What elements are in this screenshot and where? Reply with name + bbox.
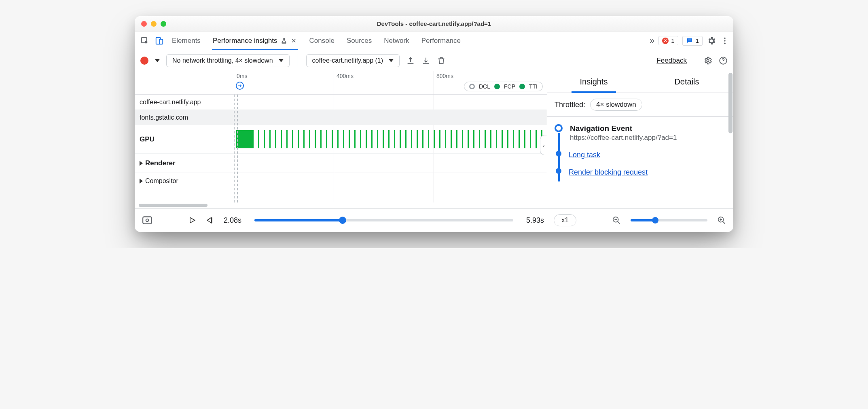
insights-side-pane: Insights Details Throttled: 4× slowdown …	[547, 71, 733, 208]
panel-tabs: Elements Performance insights ✕ Console …	[172, 32, 647, 50]
titlebar: DevTools - coffee-cart.netlify.app/?ad=1	[135, 16, 733, 32]
collapse-side-pane-button[interactable]: ›	[540, 135, 547, 155]
inspect-element-icon[interactable]	[140, 36, 149, 45]
scrollbar-thumb[interactable]	[139, 204, 207, 207]
time-cursor[interactable]	[234, 95, 235, 202]
panel-settings-icon[interactable]	[703, 56, 712, 65]
disclosure-triangle-icon[interactable]	[140, 161, 143, 166]
horizontal-scrollbar[interactable]	[135, 202, 547, 208]
ruler-tick: 0ms	[237, 73, 247, 79]
navigation-start-marker[interactable]: ➜	[236, 82, 244, 90]
screenshot-toggle-icon[interactable]	[142, 216, 152, 225]
track-content	[234, 110, 547, 125]
insights-toolbar: No network throttling, 4× slowdown coffe…	[135, 50, 733, 71]
slider-thumb[interactable]	[652, 217, 658, 223]
metric-label: FCP	[504, 83, 515, 90]
metrics-legend[interactable]: DCL FCP TTI	[464, 82, 543, 91]
disclosure-triangle-icon[interactable]	[140, 179, 143, 183]
main-split: 0ms 400ms 800ms ➜ DCL FCP TTI coffee-car	[135, 71, 733, 209]
dcl-marker-icon	[469, 84, 475, 89]
track-label: Renderer	[135, 159, 234, 167]
tab-label: Performance insights	[213, 37, 277, 45]
svg-rect-9	[143, 217, 152, 223]
chevron-down-icon	[389, 59, 394, 62]
tracks-area[interactable]: coffee-cart.netlify.app fonts.gstatic.co…	[135, 95, 547, 202]
slider-fill	[631, 219, 655, 221]
compositor-track-row[interactable]: Compositor	[135, 173, 547, 189]
close-tab-button[interactable]: ✕	[290, 37, 297, 44]
tab-performance[interactable]: Performance	[421, 32, 461, 50]
record-options-caret[interactable]	[155, 59, 160, 62]
recording-value: coffee-cart.netlify.app (1)	[312, 57, 383, 64]
minimize-window-button[interactable]	[151, 21, 157, 27]
track-content	[234, 173, 547, 189]
close-window-button[interactable]	[141, 21, 147, 27]
side-tab-insights[interactable]: Insights	[547, 71, 640, 93]
tab-label: Elements	[172, 37, 201, 45]
export-icon[interactable]	[406, 56, 415, 65]
error-count-badge[interactable]: 1	[658, 36, 678, 45]
svg-rect-2	[159, 39, 163, 44]
svg-point-10	[146, 219, 149, 222]
error-count: 1	[671, 37, 674, 44]
throttling-select[interactable]: No network throttling, 4× slowdown	[166, 54, 290, 67]
zoom-out-button[interactable]	[612, 216, 621, 225]
zoom-window-button[interactable]	[161, 21, 166, 27]
slider-thumb[interactable]	[339, 217, 346, 224]
ruler-tick: 400ms	[337, 73, 354, 79]
track-label: GPU	[135, 135, 234, 143]
gpu-track-row[interactable]: GPU	[135, 125, 547, 154]
more-tabs-button[interactable]: »	[650, 36, 654, 46]
divider	[298, 53, 298, 67]
compositor-label: Compositor	[145, 177, 178, 185]
event-subtitle: https://coffee-cart.netlify.app/?ad=1	[570, 134, 677, 142]
event-link[interactable]: Render blocking request	[569, 168, 648, 176]
event-navigation[interactable]: Navigation Event https://coffee-cart.net…	[555, 124, 726, 142]
help-icon[interactable]	[719, 56, 728, 65]
track-content	[234, 154, 547, 173]
settings-icon[interactable]	[707, 36, 716, 46]
network-track-row[interactable]: fonts.gstatic.com	[135, 110, 547, 125]
import-icon[interactable]	[421, 56, 430, 65]
record-button[interactable]	[140, 57, 148, 65]
tab-console[interactable]: Console	[309, 32, 334, 50]
play-button[interactable]	[188, 216, 196, 224]
tab-performance-insights[interactable]: Performance insights ✕	[213, 32, 297, 50]
playback-slider[interactable]	[254, 219, 513, 221]
zoom-slider[interactable]	[631, 219, 707, 221]
svg-rect-3	[688, 40, 691, 40]
zoom-in-button[interactable]	[717, 216, 726, 225]
event-link[interactable]: Long task	[569, 151, 600, 159]
tab-label: Console	[309, 37, 334, 45]
event-render-blocking[interactable]: Render blocking request	[555, 168, 726, 177]
tab-elements[interactable]: Elements	[172, 32, 201, 50]
recording-select[interactable]: coffee-cart.netlify.app (1)	[306, 54, 400, 67]
feedback-link[interactable]: Feedback	[656, 57, 687, 65]
network-track-row[interactable]: coffee-cart.netlify.app	[135, 95, 547, 110]
throttled-value-pill[interactable]: 4× slowdown	[590, 99, 642, 111]
message-count-badge[interactable]: 1	[682, 36, 703, 46]
playback-start-time: 2.08s	[224, 216, 241, 225]
playback-speed-pill[interactable]: x1	[554, 214, 576, 226]
device-toolbar-icon[interactable]	[155, 36, 164, 45]
skip-back-button[interactable]	[206, 216, 214, 224]
tab-sources[interactable]: Sources	[347, 32, 372, 50]
tab-network[interactable]: Network	[384, 32, 409, 50]
panel-tabs-row: Elements Performance insights ✕ Console …	[135, 32, 733, 50]
error-icon	[662, 38, 669, 44]
event-title: Navigation Event	[570, 124, 677, 133]
delete-icon[interactable]	[437, 56, 446, 65]
divider	[695, 53, 695, 67]
time-ruler[interactable]: 0ms 400ms 800ms ➜ DCL FCP TTI	[135, 71, 547, 95]
event-long-task[interactable]: Long task	[555, 151, 726, 159]
window-title: DevTools - coffee-cart.netlify.app/?ad=1	[135, 20, 733, 27]
event-marker-icon	[556, 168, 561, 174]
renderer-track-row[interactable]: Renderer	[135, 154, 547, 173]
event-marker-icon	[556, 151, 561, 156]
kebab-menu-icon[interactable]	[720, 36, 729, 45]
side-tabs: Insights Details	[547, 71, 733, 93]
time-cursor[interactable]	[237, 95, 238, 202]
tab-label: Performance	[421, 37, 461, 45]
side-tab-details[interactable]: Details	[640, 71, 733, 93]
event-marker-icon	[555, 124, 563, 132]
